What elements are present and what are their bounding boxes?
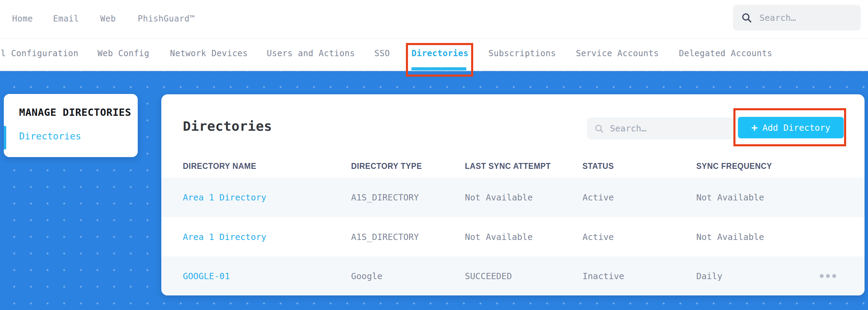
directories-search-input[interactable] (610, 123, 721, 134)
table-row: Area 1 Directory A1S_DIRECTORY Not Avail… (161, 217, 865, 257)
column-header-status: STATUS (582, 161, 614, 171)
sync-frequency-cell: Not Available (696, 232, 764, 242)
directory-type-cell: Google (351, 271, 382, 281)
last-sync-cell: SUCCEEDED (465, 271, 512, 281)
column-header-last-sync: LAST SYNC ATTEMPT (465, 161, 551, 171)
sidebar-title: MANAGE DIRECTORIES (19, 106, 131, 118)
tab-sso[interactable]: SSO (374, 49, 390, 58)
manage-directories-card: MANAGE DIRECTORIES Directories (4, 94, 138, 157)
global-search-input[interactable] (759, 13, 853, 23)
nav-item-email[interactable]: Email (53, 14, 79, 24)
directory-type-cell: A1S_DIRECTORY (351, 192, 419, 203)
nav-item-home[interactable]: Home (12, 14, 33, 24)
table-row: GOOGLE-01 Google SUCCEEDED Inactive Dail… (161, 256, 865, 295)
tab-network-devices[interactable]: Network Devices (170, 49, 248, 58)
directories-panel: Directories + Add Directory DIRECTORY NA… (161, 94, 865, 295)
directory-name-link[interactable]: Area 1 Directory (183, 232, 266, 242)
add-directory-button[interactable]: + Add Directory (738, 117, 844, 138)
search-icon (741, 12, 752, 24)
add-directory-label: Add Directory (763, 123, 831, 133)
tab-delegated-accounts[interactable]: Delegated Accounts (679, 49, 772, 58)
tab-web-config[interactable]: Web Config (97, 49, 150, 58)
sync-frequency-cell: Not Available (696, 192, 764, 203)
active-tab-underline (411, 67, 466, 70)
primary-nav: Home Email Web PhishGuard™ (0, 0, 868, 39)
column-header-sync-frequency: SYNC FREQUENCY (696, 161, 772, 171)
status-cell: Active (582, 232, 614, 242)
directory-name-link[interactable]: Area 1 Directory (183, 192, 266, 203)
column-header-directory-type: DIRECTORY TYPE (351, 161, 422, 171)
last-sync-cell: Not Available (465, 192, 533, 203)
nav-item-phishguard[interactable]: PhishGuard™ (138, 14, 195, 24)
last-sync-cell: Not Available (465, 232, 533, 242)
sidebar-item-directories[interactable]: Directories (19, 131, 81, 141)
status-cell: Inactive (582, 271, 624, 281)
nav-item-web[interactable]: Web (100, 14, 116, 24)
status-cell: Active (582, 192, 614, 203)
sync-frequency-cell: Daily (696, 271, 722, 281)
directory-name-link[interactable]: GOOGLE-01 (183, 271, 230, 281)
page-title: Directories (183, 119, 272, 134)
global-search[interactable] (733, 5, 861, 31)
workspace-background: MANAGE DIRECTORIES Directories Directori… (0, 71, 868, 310)
column-header-directory-name: DIRECTORY NAME (183, 161, 256, 171)
search-icon (594, 123, 604, 134)
tab-email-configuration[interactable]: l Configuration (1, 49, 78, 58)
directories-search[interactable] (587, 118, 734, 139)
table-row: Area 1 Directory A1S_DIRECTORY Not Avail… (161, 178, 865, 217)
tab-directories[interactable]: Directories (411, 49, 468, 58)
directory-type-cell: A1S_DIRECTORY (351, 232, 419, 242)
tab-users-and-actions[interactable]: Users and Actions (267, 49, 355, 58)
row-actions-ellipsis-icon[interactable] (817, 272, 839, 281)
plus-icon: + (751, 122, 758, 133)
tab-subscriptions[interactable]: Subscriptions (488, 49, 556, 58)
sidebar-active-indicator (4, 126, 6, 149)
tab-service-accounts[interactable]: Service Accounts (576, 49, 659, 58)
app-header: Home Email Web PhishGuard™ l Configurati… (0, 0, 868, 71)
